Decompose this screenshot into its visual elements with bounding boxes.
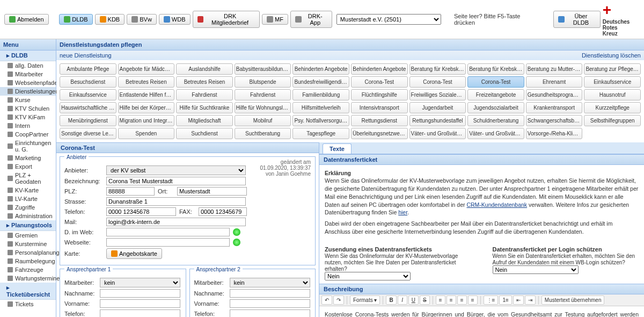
align-center-button[interactable]: ≡	[447, 296, 456, 305]
service-button[interactable]: Beratung für Krebskra...	[409, 63, 466, 75]
italic-button[interactable]: I	[398, 296, 407, 305]
indent-button[interactable]: ⇥	[525, 296, 536, 305]
ticket-send-select[interactable]: Nein	[325, 272, 411, 280]
menu-item[interactable]: Raumbelegung	[0, 257, 56, 265]
service-button[interactable]: Vorsorge-/Reha-Kliniken	[526, 128, 583, 139]
app-dldb[interactable]: DLDB	[59, 14, 92, 25]
menu-item[interactable]: Administration	[0, 212, 56, 220]
list-ul-button[interactable]: ⋮≡	[484, 296, 499, 305]
service-button[interactable]: Fahrdienst	[235, 89, 291, 100]
menu-item[interactable]: Marketing	[0, 154, 56, 162]
contact-vn-input[interactable]	[230, 299, 310, 308]
service-button[interactable]: Beratung für Krebskra...	[467, 63, 524, 75]
service-button[interactable]: Migration und Integrat...	[118, 115, 175, 126]
about-button[interactable]: Über DLDB	[553, 11, 600, 28]
tab-texte[interactable]: Texte	[323, 143, 352, 154]
redo-button[interactable]: ↷	[333, 296, 344, 305]
service-button[interactable]: Spenden	[118, 128, 175, 139]
service-button[interactable]: Väter- und Großvätera...	[467, 128, 524, 139]
service-button[interactable]: Beratung zur Pflegever...	[584, 63, 641, 75]
delete-service-link[interactable]: Dienstleistung löschen	[582, 52, 641, 59]
menu-item[interactable]: Zugriffe	[0, 203, 56, 212]
menu-item[interactable]: Webseitenpfade	[0, 78, 56, 87]
app-mf[interactable]: MF	[262, 14, 288, 25]
service-button[interactable]: Sonstige diverse Leistu...	[60, 128, 116, 139]
menu-group-ticketübersicht[interactable]: ▸ Ticketübersicht	[0, 283, 56, 300]
formats-button[interactable]: Formats ▾	[350, 296, 380, 305]
service-button[interactable]: Hausnotruf	[584, 89, 641, 100]
service-button[interactable]: Freizeitangebote	[467, 89, 524, 100]
service-button[interactable]: Schwangerschaftsbera...	[526, 115, 583, 126]
menu-item[interactable]: CoopPartner	[0, 130, 56, 139]
service-button[interactable]: Mobilruf	[235, 115, 291, 126]
service-button[interactable]: Schuldnerberatung	[467, 115, 524, 126]
service-button[interactable]: Hilfe für Suchtkranke	[176, 102, 233, 113]
contact-ma-select[interactable]: kein	[230, 278, 310, 287]
outdent-button[interactable]: ⇤	[513, 296, 524, 305]
org-select[interactable]: Musterstadt e.V. (2501)	[336, 14, 441, 25]
align-justify-button[interactable]: ≡	[468, 296, 478, 305]
service-button[interactable]: Selbsthilfegruppen	[584, 115, 641, 126]
service-button[interactable]: Babysitterausbildung/-...	[235, 63, 291, 75]
menu-item[interactable]: LV-Karte	[0, 194, 56, 203]
service-button[interactable]: Beratung zu Mutter-Ki...	[526, 63, 583, 75]
app-wdb[interactable]: WDB	[159, 14, 191, 25]
new-service-link[interactable]: neue Dienstleistung	[60, 52, 112, 59]
menu-item[interactable]: Intern	[0, 121, 56, 130]
align-left-button[interactable]: ≡	[436, 296, 445, 305]
menu-item[interactable]: Einrichtungen u. G.	[0, 139, 56, 154]
menu-item[interactable]: Personalplanung	[0, 248, 56, 257]
service-button[interactable]: Überleitungsnetzwerk ...	[351, 128, 408, 139]
menu-item[interactable]: KTV Schulen	[0, 104, 56, 113]
list-ol-button[interactable]: 1≡	[499, 296, 511, 305]
telefon-input[interactable]	[106, 207, 176, 216]
service-button[interactable]: Auslandshilfe	[176, 63, 233, 75]
mail-input[interactable]	[106, 218, 246, 226]
service-button[interactable]: Betreutes Reisen	[176, 76, 233, 88]
strasse-input[interactable]	[106, 197, 246, 206]
service-button[interactable]: Hilfe bei der Körperpfl...	[118, 102, 175, 113]
service-button[interactable]: Jugendsozialarbeit	[467, 102, 524, 113]
contact-tel-input[interactable]	[230, 309, 310, 317]
plz-input[interactable]	[106, 187, 155, 196]
service-button[interactable]: Blutspende	[235, 76, 291, 88]
webseite-input[interactable]	[106, 238, 230, 247]
service-button[interactable]: Angebote für Mädchen	[118, 63, 175, 75]
service-button[interactable]: Behinderten Angebote	[292, 63, 349, 75]
service-button[interactable]: Rettungshundestaffel	[409, 115, 466, 126]
menu-item[interactable]: Export	[0, 162, 56, 171]
menu-item[interactable]: Mitarbeiter	[0, 70, 56, 78]
service-button[interactable]: Einkaufsservice	[584, 76, 641, 88]
angebotskarte-button[interactable]: Angebotskarte	[106, 248, 162, 259]
menu-item[interactable]: Fahrzeuge	[0, 265, 56, 274]
menu-item[interactable]: allg. Daten	[0, 61, 56, 70]
menu-item[interactable]: Gremien	[0, 231, 56, 240]
bold-button[interactable]: B	[386, 296, 396, 305]
service-button[interactable]: Besuchsdienst	[60, 76, 116, 88]
fax-input[interactable]	[199, 207, 247, 216]
service-button[interactable]: Behinderten Angebote	[351, 63, 408, 75]
service-button[interactable]: Corona-Test	[351, 76, 408, 88]
description-editor[interactable]: Kostenlose Corona-Tests werden für Bürge…	[319, 306, 644, 317]
app-kdb[interactable]: KDB	[95, 14, 125, 25]
service-button[interactable]: Hauswirtschaftliche Hil...	[60, 102, 116, 113]
service-button[interactable]: Familienbildung	[292, 89, 349, 100]
service-button[interactable]: Bundesfreiwilligendienst	[292, 76, 349, 88]
service-button[interactable]: Suchdienst	[176, 128, 233, 139]
mustertext-button[interactable]: Mustertext übernehmen	[541, 296, 605, 305]
service-button[interactable]: Intensivtransport	[351, 102, 408, 113]
service-button[interactable]: Freiwilliges Soziales Jahr	[409, 89, 466, 100]
crm-link[interactable]: CRM-Kundendatenbank	[466, 201, 527, 208]
service-button[interactable]: Hilfsmittelverleih	[292, 102, 349, 113]
strike-button[interactable]: S	[420, 296, 430, 305]
service-button[interactable]: Menübringdienst	[60, 115, 116, 126]
app-bvw[interactable]: BVw	[127, 14, 157, 25]
ticket-protect-select[interactable]: Nein	[493, 265, 579, 274]
service-button[interactable]: Krankentransport	[526, 102, 583, 113]
menu-item[interactable]: Wartungstermine	[0, 274, 56, 283]
service-button[interactable]: Corona-Test	[409, 76, 466, 88]
service-button[interactable]: Psy. Notfallversorgung...	[292, 115, 349, 126]
web-input[interactable]	[106, 228, 230, 236]
bezeichnung-input[interactable]	[106, 177, 246, 185]
ort-input[interactable]	[177, 187, 247, 196]
